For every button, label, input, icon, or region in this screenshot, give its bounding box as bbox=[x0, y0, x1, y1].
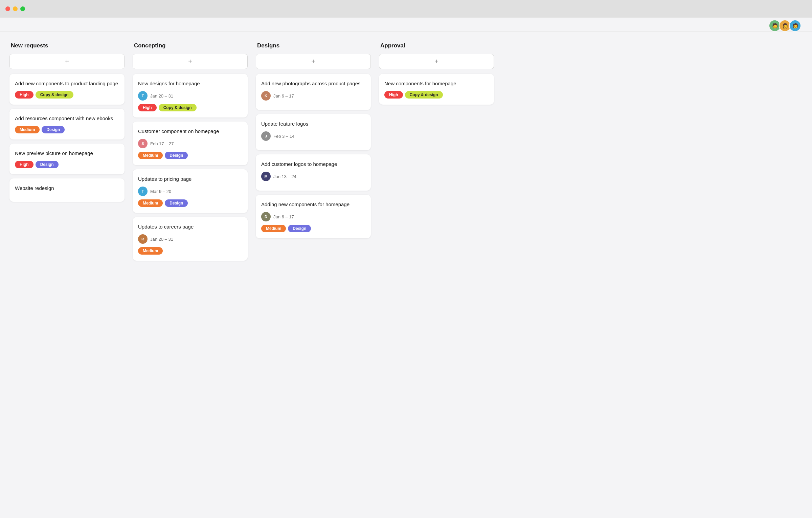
card-card-2[interactable]: Add resources component with new ebooksM… bbox=[9, 109, 125, 139]
card-tags: MediumDesign bbox=[261, 225, 365, 232]
card-title: Updates to careers page bbox=[138, 223, 242, 230]
card-title: Add new photographs across product pages bbox=[261, 80, 365, 87]
tag-design: Design bbox=[288, 225, 311, 232]
card-avatar: R bbox=[138, 234, 148, 244]
tag-medium: Medium bbox=[138, 152, 163, 159]
tag-copy-design: Copy & design bbox=[405, 91, 443, 99]
card-avatar: S bbox=[138, 139, 148, 148]
card-date: Jan 6 – 17 bbox=[273, 214, 294, 219]
header: 🧑 👩 🧑 bbox=[0, 18, 812, 31]
add-card-button-designs[interactable]: + bbox=[256, 54, 371, 69]
tag-design: Design bbox=[165, 152, 188, 159]
title-bar bbox=[0, 0, 812, 18]
card-title: Add customer logos to homepage bbox=[261, 160, 365, 168]
add-card-button-concepting[interactable]: + bbox=[133, 54, 248, 69]
card-date: Mar 9 – 20 bbox=[150, 189, 171, 194]
card-meta: DJan 6 – 17 bbox=[261, 212, 365, 221]
card-meta: JFeb 3 – 14 bbox=[261, 131, 365, 141]
column-header-concepting: Concepting bbox=[133, 42, 248, 49]
card-card-12[interactable]: Adding new components for homepageDJan 6… bbox=[256, 195, 371, 238]
card-tags: HighDesign bbox=[15, 161, 119, 168]
card-avatar: J bbox=[261, 131, 271, 141]
tag-medium: Medium bbox=[15, 126, 40, 133]
card-tags: Medium bbox=[138, 247, 242, 255]
tag-high: High bbox=[15, 161, 33, 168]
card-card-10[interactable]: Update feature logosJFeb 3 – 14 bbox=[256, 114, 371, 150]
card-date: Feb 17 – 27 bbox=[150, 141, 174, 146]
card-tags: HighCopy & design bbox=[384, 91, 489, 99]
column-designs: Designs+Add new photographs across produ… bbox=[256, 42, 371, 242]
card-title: New components for homepage bbox=[384, 80, 489, 87]
card-date: Feb 3 – 14 bbox=[273, 134, 294, 139]
tag-medium: Medium bbox=[261, 225, 286, 232]
card-card-7[interactable]: Updates to pricing pageTMar 9 – 20Medium… bbox=[133, 169, 248, 213]
card-date: Jan 13 – 24 bbox=[273, 174, 296, 179]
tag-high: High bbox=[384, 91, 403, 99]
card-card-8[interactable]: Updates to careers pageRJan 20 – 31Mediu… bbox=[133, 217, 248, 261]
card-title: New preview picture on homepage bbox=[15, 150, 119, 157]
tag-design: Design bbox=[42, 126, 65, 133]
board: New requests+Add new components to produ… bbox=[0, 31, 812, 276]
add-card-button-new-requests[interactable]: + bbox=[9, 54, 125, 69]
card-title: New designs for homepage bbox=[138, 80, 242, 87]
card-title: Adding new components for homepage bbox=[261, 201, 365, 208]
card-avatar: K bbox=[261, 91, 271, 101]
card-card-6[interactable]: Customer component on homepageSFeb 17 – … bbox=[133, 122, 248, 165]
card-meta: MJan 13 – 24 bbox=[261, 172, 365, 181]
add-card-button-approval[interactable]: + bbox=[379, 54, 494, 69]
tag-medium: Medium bbox=[138, 199, 163, 207]
card-date: Jan 6 – 17 bbox=[273, 93, 294, 99]
column-header-designs: Designs bbox=[256, 42, 371, 49]
app-window: 🧑 👩 🧑 New requests+Add new components to… bbox=[0, 18, 812, 518]
card-tags: MediumDesign bbox=[138, 199, 242, 207]
card-meta: TMar 9 – 20 bbox=[138, 187, 242, 196]
column-header-new-requests: New requests bbox=[9, 42, 125, 49]
tag-design: Design bbox=[36, 161, 59, 168]
card-date: Jan 20 – 31 bbox=[150, 237, 173, 242]
traffic-light-red[interactable] bbox=[5, 6, 10, 11]
card-card-11[interactable]: Add customer logos to homepageMJan 13 – … bbox=[256, 154, 371, 191]
card-meta: TJan 20 – 31 bbox=[138, 91, 242, 101]
tag-design: Design bbox=[165, 199, 188, 207]
card-avatar: M bbox=[261, 172, 271, 181]
avatar-3: 🧑 bbox=[789, 20, 801, 32]
card-title: Updates to pricing page bbox=[138, 175, 242, 182]
card-avatar: D bbox=[261, 212, 271, 221]
card-title: Add resources component with new ebooks bbox=[15, 115, 119, 122]
card-tags: MediumDesign bbox=[15, 126, 119, 133]
card-card-5[interactable]: New designs for homepageTJan 20 – 31High… bbox=[133, 74, 248, 117]
tag-high: High bbox=[15, 91, 33, 99]
tag-high: High bbox=[138, 104, 157, 111]
card-meta: KJan 6 – 17 bbox=[261, 91, 365, 101]
card-card-13[interactable]: New components for homepageHighCopy & de… bbox=[379, 74, 494, 105]
header-avatars: 🧑 👩 🧑 bbox=[769, 20, 801, 32]
card-avatar: T bbox=[138, 187, 148, 196]
card-title: Update feature logos bbox=[261, 120, 365, 127]
card-tags: HighCopy & design bbox=[15, 91, 119, 99]
card-card-9[interactable]: Add new photographs across product pages… bbox=[256, 74, 371, 110]
card-meta: RJan 20 – 31 bbox=[138, 234, 242, 244]
column-header-approval: Approval bbox=[379, 42, 494, 49]
card-card-1[interactable]: Add new components to product landing pa… bbox=[9, 74, 125, 105]
traffic-light-green[interactable] bbox=[20, 6, 25, 11]
card-meta: SFeb 17 – 27 bbox=[138, 139, 242, 148]
card-title: Website redesign bbox=[15, 185, 119, 192]
column-concepting: Concepting+New designs for homepageTJan … bbox=[133, 42, 248, 265]
card-title: Add new components to product landing pa… bbox=[15, 80, 119, 87]
card-tags: HighCopy & design bbox=[138, 104, 242, 111]
tag-medium: Medium bbox=[138, 247, 163, 255]
column-new-requests: New requests+Add new components to produ… bbox=[9, 42, 125, 206]
card-card-3[interactable]: New preview picture on homepageHighDesig… bbox=[9, 144, 125, 174]
card-date: Jan 20 – 31 bbox=[150, 93, 173, 99]
card-title: Customer component on homepage bbox=[138, 128, 242, 135]
tag-copy-design: Copy & design bbox=[36, 91, 73, 99]
traffic-light-yellow[interactable] bbox=[13, 6, 18, 11]
card-avatar: T bbox=[138, 91, 148, 101]
tag-copy-design: Copy & design bbox=[159, 104, 197, 111]
column-approval: Approval+New components for homepageHigh… bbox=[379, 42, 494, 109]
card-card-4[interactable]: Website redesign bbox=[9, 178, 125, 202]
card-tags: MediumDesign bbox=[138, 152, 242, 159]
